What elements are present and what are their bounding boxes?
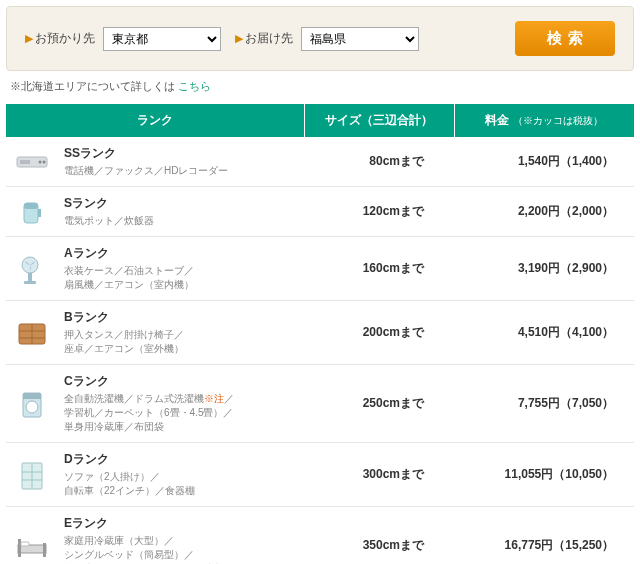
rank-info: SSランク電話機／ファックス／HDレコーダー — [54, 137, 304, 187]
rank-desc: 電話機／ファックス／HDレコーダー — [64, 164, 294, 178]
to-label: ▶お届け先 — [235, 30, 293, 47]
search-bar: ▶お預かり先 東京都 ▶お届け先 福島県 検索 — [6, 6, 634, 71]
rank-name: Sランク — [64, 195, 294, 212]
rank-name: Aランク — [64, 245, 294, 262]
dresser-icon — [14, 316, 50, 350]
rank-name: Dランク — [64, 451, 294, 468]
size-cell: 350cmまで — [304, 507, 454, 565]
table-row: Eランク家庭用冷蔵庫（大型）／シングルベッド（簡易型）／自転車（26インチ）／タ… — [6, 507, 634, 565]
rank-name: Eランク — [64, 515, 294, 532]
rank-name: Cランク — [64, 373, 294, 390]
rank-desc: 電気ポット／炊飯器 — [64, 214, 294, 228]
fan-icon — [14, 252, 50, 286]
svg-rect-23 — [43, 543, 46, 557]
table-row: Cランク全自動洗濯機／ドラム式洗濯機※注／学習机／カーペット（6畳・4.5畳）／… — [6, 365, 634, 443]
svg-rect-22 — [18, 539, 21, 557]
svg-point-3 — [43, 160, 46, 163]
rank-desc: 押入タンス／肘掛け椅子／座卓／エアコン（室外機） — [64, 328, 294, 356]
size-cell: 250cmまで — [304, 365, 454, 443]
rank-desc: 家庭用冷蔵庫（大型）／シングルベッド（簡易型）／自転車（26インチ）／タンス／本… — [64, 534, 294, 564]
size-cell: 200cmまで — [304, 301, 454, 365]
shelf-icon — [14, 458, 50, 492]
th-price: 料金（※カッコは税抜） — [454, 104, 634, 137]
table-row: Sランク電気ポット／炊飯器120cmまで2,200円（2,000） — [6, 187, 634, 237]
table-row: Aランク衣装ケース／石油ストーブ／扇風機／エアコン（室内機）160cmまで3,1… — [6, 237, 634, 301]
rank-icon-cell — [6, 443, 54, 507]
rank-desc: ソファ（2人掛け）／自転車（22インチ）／食器棚 — [64, 470, 294, 498]
price-table: ランク サイズ（三辺合計） 料金（※カッコは税抜） SSランク電話機／ファックス… — [6, 104, 634, 564]
to-field: ▶お届け先 福島県 — [235, 27, 419, 51]
svg-rect-1 — [20, 160, 30, 164]
arrow-icon: ▶ — [235, 32, 243, 44]
to-select[interactable]: 福島県 — [301, 27, 419, 51]
price-cell: 4,510円（4,100） — [454, 301, 634, 365]
rank-info: Sランク電気ポット／炊飯器 — [54, 187, 304, 237]
rank-icon-cell — [6, 301, 54, 365]
table-row: Bランク押入タンス／肘掛け椅子／座卓／エアコン（室外機）200cmまで4,510… — [6, 301, 634, 365]
th-rank: ランク — [6, 104, 304, 137]
vcr-icon — [14, 145, 50, 179]
rank-info: Aランク衣装ケース／石油ストーブ／扇風機／エアコン（室内機） — [54, 237, 304, 301]
size-cell: 120cmまで — [304, 187, 454, 237]
svg-rect-24 — [21, 542, 29, 546]
size-cell: 80cmまで — [304, 137, 454, 187]
rank-desc: 全自動洗濯機／ドラム式洗濯機※注／学習机／カーペット（6畳・4.5畳）／単身用冷… — [64, 392, 294, 434]
th-size: サイズ（三辺合計） — [304, 104, 454, 137]
price-cell: 2,200円（2,000） — [454, 187, 634, 237]
svg-point-2 — [39, 160, 42, 163]
svg-rect-15 — [23, 393, 41, 399]
price-cell: 1,540円（1,400） — [454, 137, 634, 187]
rank-info: Dランクソファ（2人掛け）／自転車（22インチ）／食器棚 — [54, 443, 304, 507]
svg-point-16 — [26, 401, 38, 413]
price-cell: 11,055円（10,050） — [454, 443, 634, 507]
svg-rect-6 — [38, 209, 41, 217]
area-note-link[interactable]: こちら — [178, 80, 211, 92]
price-cell: 3,190円（2,900） — [454, 237, 634, 301]
from-select[interactable]: 東京都 — [103, 27, 221, 51]
rank-desc: 衣装ケース／石油ストーブ／扇風機／エアコン（室内機） — [64, 264, 294, 292]
rank-icon-cell — [6, 187, 54, 237]
pot-icon — [14, 195, 50, 229]
rank-icon-cell — [6, 507, 54, 565]
svg-rect-8 — [28, 273, 32, 281]
price-cell: 7,755円（7,050） — [454, 365, 634, 443]
area-note: ※北海道エリアについて詳しくは こちら — [10, 79, 630, 94]
washer-icon — [14, 387, 50, 421]
price-cell: 16,775円（15,250） — [454, 507, 634, 565]
rank-info: Bランク押入タンス／肘掛け椅子／座卓／エアコン（室外機） — [54, 301, 304, 365]
from-label: ▶お預かり先 — [25, 30, 95, 47]
rank-icon-cell — [6, 365, 54, 443]
rank-name: SSランク — [64, 145, 294, 162]
rank-icon-cell — [6, 137, 54, 187]
arrow-icon: ▶ — [25, 32, 33, 44]
rank-name: Bランク — [64, 309, 294, 326]
search-button[interactable]: 検索 — [515, 21, 615, 56]
rank-icon-cell — [6, 237, 54, 301]
size-cell: 300cmまで — [304, 443, 454, 507]
svg-rect-9 — [24, 281, 36, 284]
from-field: ▶お預かり先 東京都 — [25, 27, 221, 51]
rank-info: Cランク全自動洗濯機／ドラム式洗濯機※注／学習机／カーペット（6畳・4.5畳）／… — [54, 365, 304, 443]
table-row: SSランク電話機／ファックス／HDレコーダー80cmまで1,540円（1,400… — [6, 137, 634, 187]
bed1-icon — [14, 529, 50, 563]
svg-rect-5 — [24, 203, 38, 209]
size-cell: 160cmまで — [304, 237, 454, 301]
rank-info: Eランク家庭用冷蔵庫（大型）／シングルベッド（簡易型）／自転車（26インチ）／タ… — [54, 507, 304, 565]
table-row: Dランクソファ（2人掛け）／自転車（22インチ）／食器棚300cmまで11,05… — [6, 443, 634, 507]
